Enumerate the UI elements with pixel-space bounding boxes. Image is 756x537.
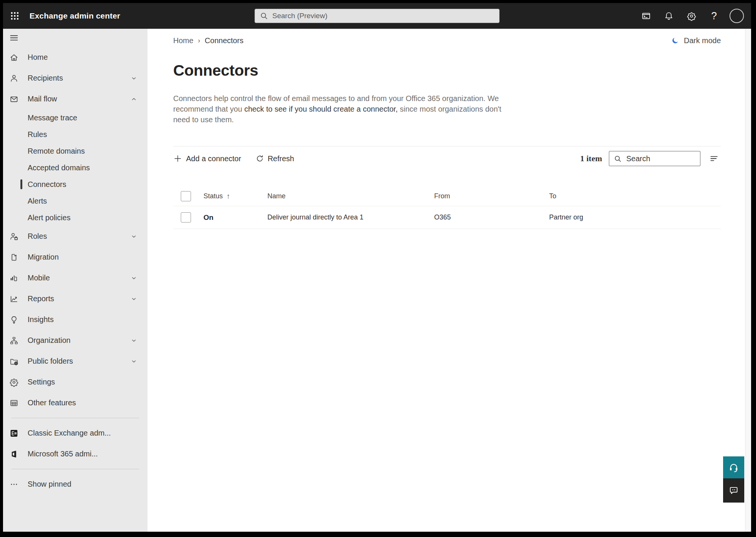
sidebar-item-public-folders[interactable]: Public folders (3, 351, 147, 372)
list-search-input[interactable] (626, 154, 695, 163)
column-header-to[interactable]: To (549, 192, 721, 200)
sidebar-item-other-features[interactable]: Other features (3, 392, 147, 413)
line-chart-icon (9, 294, 19, 304)
avatar (730, 9, 744, 23)
sidebar-item-mail-flow[interactable]: Mail flow (3, 89, 147, 109)
sidebar-item-accepted-domains[interactable]: Accepted domains (3, 159, 147, 176)
document-arrow-icon (9, 252, 19, 262)
sidebar-item-organization[interactable]: Organization (3, 330, 147, 351)
person-icon (9, 73, 19, 83)
sidebar-divider (11, 418, 139, 418)
floating-action-buttons (723, 456, 744, 503)
main-content: Home › Connectors Dark mode Connectors C… (147, 29, 751, 532)
waffle-icon (10, 11, 20, 21)
feedback-button[interactable] (723, 478, 744, 503)
filter-icon (709, 154, 719, 163)
sidebar-item-show-pinned[interactable]: Show pinned (3, 474, 147, 495)
app-launcher-button[interactable] (5, 3, 25, 29)
dark-mode-toggle[interactable]: Dark mode (671, 36, 721, 45)
sidebar-item-alerts[interactable]: Alerts (3, 193, 147, 209)
cloud-shell-button[interactable] (636, 3, 656, 29)
global-search[interactable] (255, 9, 500, 23)
hamburger-icon (9, 33, 19, 43)
topbar: Exchange admin center (3, 3, 751, 29)
chevron-up-icon (130, 95, 138, 103)
sidebar-item-connectors[interactable]: Connectors (3, 176, 147, 193)
cell-name[interactable]: Deliver journal directly to Area 1 (267, 213, 434, 221)
sidebar-item-label: Show pinned (28, 480, 138, 489)
breadcrumb-home-link[interactable]: Home (173, 36, 193, 45)
sidebar-item-recipients[interactable]: Recipients (3, 68, 147, 89)
sidebar-item-m365-admin[interactable]: Microsoft 365 admi... (3, 444, 147, 464)
column-header-label: Status (203, 192, 223, 200)
sidebar-item-label: Microsoft 365 admi... (28, 450, 138, 458)
sidebar-item-alert-policies[interactable]: Alert policies (3, 209, 147, 226)
bell-icon (664, 11, 674, 21)
refresh-button[interactable]: Refresh (256, 154, 294, 163)
add-connector-button[interactable]: Add a connector (173, 154, 241, 163)
sidebar-item-label: Mail flow (28, 95, 130, 103)
sidebar-item-rules[interactable]: Rules (3, 126, 147, 143)
item-count: 1 item (580, 154, 602, 163)
microsoft-365-logo-icon (9, 449, 19, 459)
gear-icon (687, 11, 696, 21)
row-checkbox[interactable] (181, 212, 191, 223)
sidebar-item-label: Home (28, 53, 138, 62)
global-search-input[interactable] (272, 12, 494, 20)
topbar-actions: ? (636, 3, 751, 29)
sidebar-item-classic-exchange[interactable]: Classic Exchange adm... (3, 423, 147, 444)
filter-button[interactable] (707, 152, 721, 165)
sidebar-item-reports[interactable]: Reports (3, 288, 147, 309)
help-icon: ? (711, 10, 717, 22)
sidebar-item-label: Settings (28, 378, 138, 386)
cloud-shell-icon (641, 11, 651, 21)
select-all-checkbox[interactable] (181, 191, 191, 201)
sidebar-item-label: Migration (28, 253, 138, 261)
breadcrumb-current: Connectors (205, 36, 243, 45)
table-header-row: Status ↑ Name From To (173, 187, 721, 206)
column-header-from[interactable]: From (434, 192, 549, 200)
sidebar-item-label: Classic Exchange adm... (28, 429, 138, 437)
page-title: Connectors (173, 62, 721, 79)
help-button[interactable]: ? (704, 3, 724, 29)
page-description: Connectors help control the flow of emai… (173, 93, 508, 125)
support-button[interactable] (723, 456, 744, 478)
chevron-down-icon (130, 295, 138, 303)
sidebar-item-message-trace[interactable]: Message trace (3, 109, 147, 126)
nav-collapse-button[interactable] (3, 29, 147, 47)
sidebar-item-label: Alerts (28, 197, 47, 205)
list-search[interactable] (609, 151, 700, 166)
table-row[interactable]: On Deliver journal directly to Area 1 O3… (173, 206, 721, 229)
refresh-icon (256, 154, 264, 163)
sidebar-item-label: Remote domains (28, 147, 85, 156)
sidebar-item-mobile[interactable]: Mobile (3, 268, 147, 288)
chevron-down-icon (130, 233, 138, 240)
column-header-status[interactable]: Status ↑ (203, 192, 267, 201)
sidebar-item-migration[interactable]: Migration (3, 247, 147, 268)
vertical-scrollbar[interactable] (745, 29, 751, 532)
sidebar-item-home[interactable]: Home (3, 47, 147, 68)
home-icon (9, 53, 19, 62)
lightbulb-icon (9, 315, 19, 325)
mail-icon (9, 94, 19, 104)
account-button[interactable] (727, 3, 747, 29)
dark-mode-label: Dark mode (684, 36, 721, 45)
sidebar-item-settings[interactable]: Settings (3, 372, 147, 392)
settings-button[interactable] (681, 3, 701, 29)
sidebar-item-label: Organization (28, 336, 130, 345)
chevron-down-icon (130, 358, 138, 365)
sidebar-item-roles[interactable]: Roles (3, 226, 147, 247)
description-link[interactable]: check to see if you should create a conn… (244, 105, 398, 113)
table-grid-icon (9, 398, 19, 408)
notifications-button[interactable] (659, 3, 678, 29)
sidebar-item-insights[interactable]: Insights (3, 309, 147, 330)
sidebar-item-label: Insights (28, 315, 138, 324)
chevron-down-icon (130, 337, 138, 344)
sidebar-item-remote-domains[interactable]: Remote domains (3, 143, 147, 159)
sidebar-item-label: Connectors (28, 180, 66, 189)
breadcrumb-separator-icon: › (198, 37, 200, 45)
sidebar: Home Recipients Mai (3, 29, 147, 532)
list-toolbar: Add a connector Refresh 1 item (173, 146, 721, 171)
org-chart-icon (9, 336, 19, 346)
column-header-name[interactable]: Name (267, 192, 434, 200)
